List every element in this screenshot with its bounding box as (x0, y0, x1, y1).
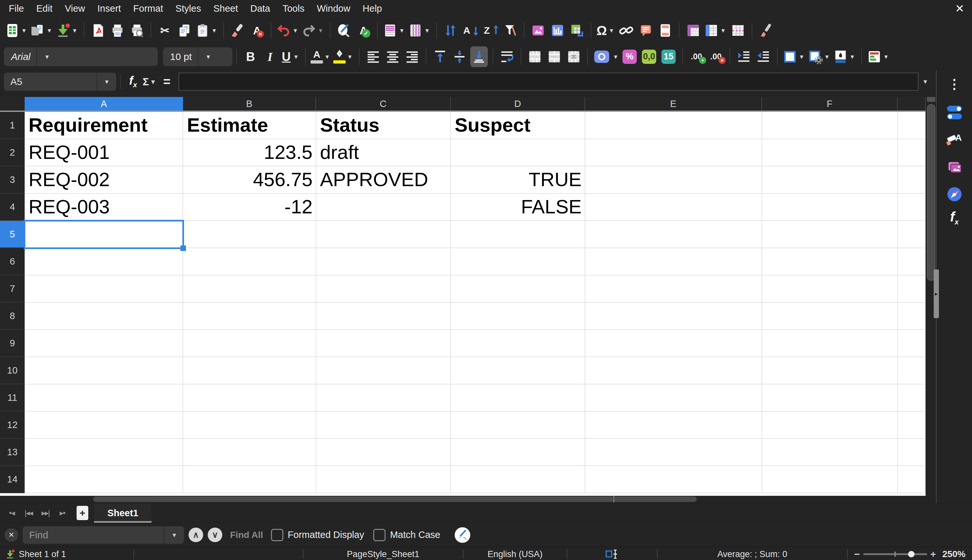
menu-insert[interactable]: Insert (91, 3, 127, 15)
decrease-indent-button[interactable] (755, 47, 772, 67)
cell-F7[interactable] (762, 275, 898, 303)
row-header-5[interactable]: 5 (0, 221, 25, 248)
cell-D7[interactable] (451, 275, 585, 303)
zoom-out-button[interactable]: − (854, 548, 860, 560)
increase-indent-button[interactable] (735, 47, 753, 67)
name-box[interactable]: A5 ▾ (4, 73, 116, 91)
cell-C6[interactable] (316, 248, 451, 275)
add-decimal-button[interactable]: .00 + (688, 47, 705, 67)
cell-partial-1[interactable] (898, 112, 925, 139)
first-sheet-button[interactable]: •◂ (3, 508, 20, 518)
cell-D3[interactable]: TRUE (451, 167, 585, 193)
cell-partial-4[interactable] (898, 193, 925, 221)
cell-A7[interactable] (25, 275, 183, 303)
cell-C3[interactable]: APPROVED (316, 167, 451, 193)
window-close-button[interactable]: ✕ (952, 2, 967, 15)
cell-B11[interactable] (183, 384, 316, 412)
cell-B1[interactable]: Estimate (183, 112, 316, 139)
row-header-1[interactable]: 1 (0, 112, 25, 139)
column-header-e[interactable]: E (585, 97, 762, 110)
insert-mode-segment[interactable] (134, 547, 303, 560)
expand-formula-bar-button[interactable]: ▾ (918, 77, 932, 86)
cell-A6[interactable] (25, 248, 183, 275)
border-color-dropdown-arrow[interactable]: ▾ (848, 53, 857, 61)
row-header-6[interactable]: 6 (0, 248, 25, 275)
cell-C10[interactable] (316, 357, 451, 384)
cell-partial-3[interactable] (898, 167, 925, 193)
horizontal-scrollbar-thumb[interactable] (93, 497, 697, 502)
cell-B12[interactable] (183, 412, 316, 439)
sidebar-tab-functions[interactable]: fx (945, 208, 964, 228)
sort-ascending-button[interactable]: A (461, 20, 479, 41)
cell-B8[interactable] (183, 303, 316, 330)
cell-B2[interactable]: 123.5 (183, 139, 316, 167)
cell-D14[interactable] (451, 466, 585, 493)
center-vertically-button[interactable] (451, 47, 468, 67)
cell-E3[interactable] (585, 167, 762, 193)
cell-E8[interactable] (585, 303, 762, 330)
insert-pivot-table-button[interactable] (568, 20, 586, 41)
cell-partial-14[interactable] (898, 466, 925, 493)
cell-A4[interactable]: REQ-003 (25, 193, 183, 221)
menu-data[interactable]: Data (244, 3, 276, 15)
cell-D6[interactable] (451, 248, 585, 275)
print-button[interactable] (109, 20, 126, 41)
cell-partial-7[interactable] (898, 275, 925, 303)
zoom-in-button[interactable]: + (930, 548, 936, 560)
page-style-segment[interactable]: PageStyle_Sheet1 (303, 547, 463, 560)
menu-edit[interactable]: Edit (30, 3, 59, 15)
insert-rows-button[interactable]: ▾ (383, 20, 406, 41)
select-function-button[interactable]: Σ ▾ (142, 73, 158, 91)
align-right-button[interactable] (403, 47, 421, 67)
delete-decimal-button[interactable]: .00 ✕ (707, 47, 725, 67)
cell-partial-5[interactable] (898, 221, 925, 248)
underline-button[interactable]: U ▾ (281, 47, 300, 67)
cell-E14[interactable] (585, 466, 762, 493)
new-dropdown-arrow[interactable]: ▾ (20, 27, 28, 34)
find-previous-button[interactable]: ∧ (189, 528, 203, 542)
menu-format[interactable]: Format (127, 3, 169, 15)
cell-F13[interactable] (762, 439, 898, 466)
borders-dropdown-arrow[interactable]: ▾ (797, 53, 806, 61)
columns-dropdown-arrow[interactable]: ▾ (423, 27, 431, 34)
sort-button[interactable] (442, 20, 459, 41)
sidebar-hide-grip[interactable]: ▸ (934, 270, 939, 318)
menu-view[interactable]: View (59, 3, 91, 15)
font-name-dropdown[interactable]: ▾ (36, 47, 57, 66)
cell-D5[interactable] (451, 221, 585, 248)
formula-button[interactable]: = (158, 73, 175, 91)
zoom-slider[interactable] (863, 553, 927, 555)
row-header-11[interactable]: 11 (0, 384, 25, 412)
cut-button[interactable]: ✂ (156, 20, 174, 41)
add-sheet-button[interactable]: + (77, 506, 88, 520)
cell-E4[interactable] (585, 193, 762, 221)
column-header-d[interactable]: D (451, 97, 585, 110)
conditional-formatting-button[interactable]: ▾ (867, 47, 890, 67)
align-left-button[interactable] (365, 47, 382, 67)
menu-sheet[interactable]: Sheet (207, 3, 244, 15)
cell-A2[interactable]: REQ-001 (25, 139, 183, 167)
cell-B10[interactable] (183, 357, 316, 384)
redo-button[interactable]: ▾ (301, 20, 325, 41)
borders-button[interactable]: ▾ (783, 47, 806, 67)
headers-footers-button[interactable] (657, 20, 674, 41)
cell-partial-11[interactable] (898, 384, 925, 412)
zoom-level-text[interactable]: 250% (942, 549, 965, 559)
clear-formatting-button[interactable]: A ✕ (248, 20, 266, 41)
cell-D8[interactable] (451, 303, 585, 330)
cell-D2[interactable] (451, 139, 585, 167)
wrap-text-button[interactable] (498, 47, 516, 67)
formula-input[interactable] (179, 73, 918, 91)
formatted-display-checkbox[interactable] (271, 529, 283, 541)
row-header-10[interactable]: 10 (0, 357, 25, 384)
insert-columns-button[interactable]: ▾ (408, 20, 431, 41)
copy-button[interactable] (176, 20, 193, 41)
insert-comment-button[interactable] (637, 20, 654, 41)
save-button[interactable]: ▾ (55, 20, 79, 41)
cell-F8[interactable] (762, 303, 898, 330)
column-header-c[interactable]: C (316, 97, 451, 110)
sidebar-tab-styles[interactable]: A (945, 130, 964, 149)
redo-dropdown-arrow[interactable]: ▾ (316, 27, 325, 34)
row-header-14[interactable]: 14 (0, 466, 25, 493)
row-header-3[interactable]: 3 (0, 167, 25, 193)
